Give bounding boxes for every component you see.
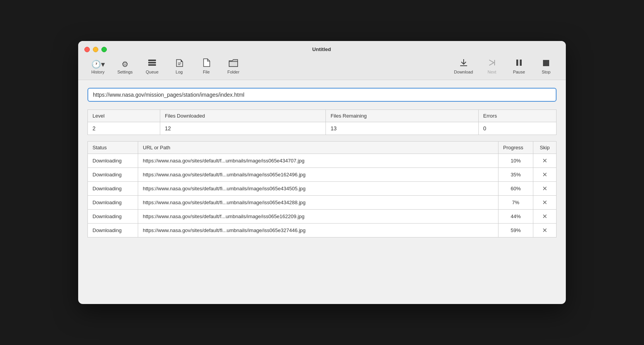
- window-title: Untitled: [107, 46, 536, 52]
- queue-icon: [148, 59, 156, 68]
- next-icon: [488, 58, 496, 68]
- download-skip-cell: ✕: [533, 182, 557, 196]
- download-status: Downloading: [88, 182, 138, 196]
- main-content: Level Files Downloaded Files Remaining E…: [78, 80, 566, 304]
- skip-button[interactable]: ✕: [538, 157, 552, 164]
- svg-rect-1: [148, 62, 156, 63]
- stats-downloaded: 12: [160, 122, 326, 135]
- history-icon: 🕐▾: [91, 60, 105, 68]
- folder-icon: [229, 59, 238, 68]
- download-row: Downloadinghttps://www.nasa.gov/sites/de…: [88, 210, 557, 224]
- downloads-table: Status URL or Path Progress Skip Downloa…: [87, 141, 557, 237]
- svg-rect-10: [516, 60, 518, 66]
- download-progress: 35%: [498, 168, 533, 182]
- download-label: Download: [454, 70, 473, 74]
- downloads-header-skip: Skip: [533, 142, 557, 154]
- log-icon: [175, 59, 183, 68]
- download-status: Downloading: [88, 196, 138, 210]
- download-status: Downloading: [88, 154, 138, 168]
- download-status: Downloading: [88, 224, 138, 237]
- file-icon: [202, 58, 210, 68]
- skip-button[interactable]: ✕: [538, 213, 552, 220]
- download-toolbar-item[interactable]: Download: [449, 56, 478, 77]
- download-url: https://www.nasa.gov/sites/default/f...u…: [138, 154, 498, 168]
- history-toolbar-item[interactable]: 🕐▾ History: [84, 58, 111, 77]
- download-icon: [459, 58, 468, 68]
- file-label: File: [203, 70, 210, 74]
- svg-rect-2: [148, 64, 156, 66]
- download-status: Downloading: [88, 168, 138, 182]
- minimize-button[interactable]: [93, 47, 98, 52]
- download-progress: 7%: [498, 196, 533, 210]
- downloads-header-url: URL or Path: [138, 142, 498, 154]
- settings-icon: ⚙: [122, 60, 128, 68]
- stats-header-downloaded: Files Downloaded: [160, 110, 326, 122]
- download-progress: 59%: [498, 224, 533, 237]
- folder-label: Folder: [227, 70, 239, 74]
- download-row: Downloadinghttps://www.nasa.gov/sites/de…: [88, 154, 557, 168]
- download-url: https://www.nasa.gov/sites/default/fi...…: [138, 224, 498, 237]
- download-progress: 10%: [498, 154, 533, 168]
- download-url: https://www.nasa.gov/sites/default/fi...…: [138, 196, 498, 210]
- main-window: Untitled 🕐▾ History ⚙ Settings: [78, 41, 566, 304]
- titlebar-top: Untitled: [84, 46, 560, 52]
- pause-label: Pause: [513, 70, 525, 74]
- download-skip-cell: ✕: [533, 196, 557, 210]
- download-skip-cell: ✕: [533, 224, 557, 237]
- skip-button[interactable]: ✕: [538, 227, 552, 234]
- queue-toolbar-item[interactable]: Queue: [139, 57, 166, 77]
- skip-button[interactable]: ✕: [538, 199, 552, 206]
- svg-rect-12: [543, 60, 549, 66]
- download-row: Downloadinghttps://www.nasa.gov/sites/de…: [88, 196, 557, 210]
- downloads-header-status: Status: [88, 142, 138, 154]
- stats-table: Level Files Downloaded Files Remaining E…: [87, 109, 557, 135]
- svg-rect-0: [148, 60, 156, 61]
- settings-toolbar-item[interactable]: ⚙ Settings: [111, 58, 139, 77]
- maximize-button[interactable]: [101, 47, 107, 52]
- stats-errors: 0: [478, 122, 556, 135]
- download-row: Downloadinghttps://www.nasa.gov/sites/de…: [88, 182, 557, 196]
- download-url: https://www.nasa.gov/sites/default/fi...…: [138, 182, 498, 196]
- stats-level: 2: [88, 122, 160, 135]
- svg-rect-11: [520, 60, 522, 66]
- download-skip-cell: ✕: [533, 210, 557, 224]
- skip-button[interactable]: ✕: [538, 171, 552, 178]
- history-label: History: [91, 70, 104, 74]
- download-status: Downloading: [88, 210, 138, 224]
- log-toolbar-item[interactable]: Log: [166, 57, 193, 77]
- download-skip-cell: ✕: [533, 154, 557, 168]
- pause-toolbar-item[interactable]: Pause: [505, 56, 533, 77]
- stats-header-errors: Errors: [478, 110, 556, 122]
- stop-icon: [542, 59, 550, 68]
- download-url: https://www.nasa.gov/sites/default/fi...…: [138, 168, 498, 182]
- stats-remaining: 13: [326, 122, 478, 135]
- download-skip-cell: ✕: [533, 168, 557, 182]
- log-label: Log: [176, 70, 183, 74]
- download-row: Downloadinghttps://www.nasa.gov/sites/de…: [88, 224, 557, 237]
- url-input[interactable]: [87, 88, 557, 102]
- stats-row: 2 12 13 0: [88, 122, 557, 135]
- next-label: Next: [488, 70, 497, 74]
- stop-label: Stop: [542, 70, 551, 74]
- stop-toolbar-item[interactable]: Stop: [533, 57, 560, 77]
- toolbar: 🕐▾ History ⚙ Settings Queue: [84, 56, 560, 80]
- queue-label: Queue: [146, 70, 158, 74]
- download-progress: 60%: [498, 182, 533, 196]
- stats-header-level: Level: [88, 110, 160, 122]
- skip-button[interactable]: ✕: [538, 185, 552, 192]
- download-url: https://www.nasa.gov/sites/default/f...u…: [138, 210, 498, 224]
- download-row: Downloadinghttps://www.nasa.gov/sites/de…: [88, 168, 557, 182]
- pause-icon: [515, 58, 523, 68]
- download-progress: 44%: [498, 210, 533, 224]
- folder-toolbar-item[interactable]: Folder: [220, 57, 247, 77]
- next-toolbar-item[interactable]: Next: [478, 56, 505, 77]
- file-toolbar-item[interactable]: File: [193, 56, 220, 77]
- downloads-header-progress: Progress: [498, 142, 533, 154]
- stats-header-remaining: Files Remaining: [326, 110, 478, 122]
- close-button[interactable]: [84, 47, 90, 52]
- settings-label: Settings: [117, 70, 133, 74]
- traffic-lights: [84, 47, 107, 52]
- titlebar: Untitled 🕐▾ History ⚙ Settings: [78, 41, 566, 80]
